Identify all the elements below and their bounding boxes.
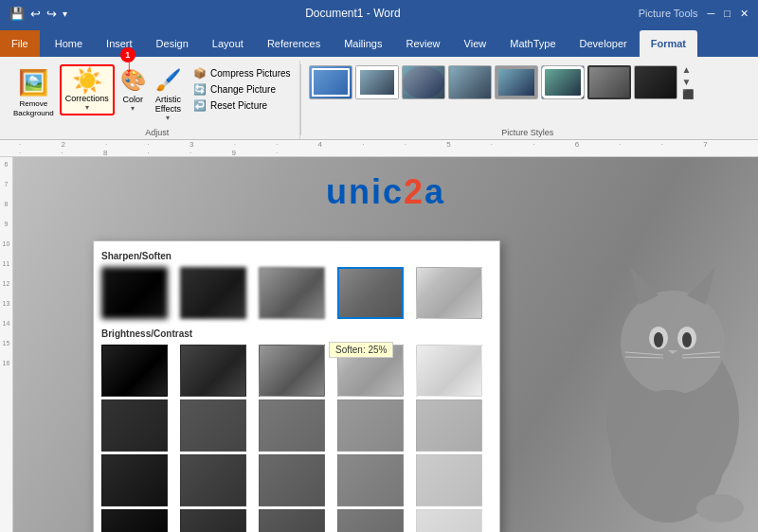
svg-point-7	[682, 332, 692, 347]
sharpen-soften-label: Sharpen/Soften	[101, 249, 492, 263]
tab-references[interactable]: References	[256, 30, 332, 57]
document-title: Document1 - Word	[67, 7, 639, 20]
picture-style-4[interactable]	[448, 65, 492, 99]
sharpen-soften-grid	[101, 267, 492, 319]
corrections-label: Corrections	[65, 94, 109, 103]
bc-thumb-3[interactable]	[259, 345, 325, 397]
bc-thumb-2[interactable]	[180, 345, 246, 397]
brightness-contrast-grid	[101, 345, 492, 532]
compress-pictures-label: Compress Pictures	[210, 68, 290, 79]
artistic-effects-button[interactable]: 🖌️ ArtisticEffects ▾	[152, 66, 185, 124]
bc-thumb-13[interactable]	[259, 454, 325, 506]
bc-thumb-20[interactable]	[416, 509, 482, 532]
tab-view[interactable]: View	[453, 30, 498, 57]
corrections-icon: ☀️	[72, 68, 102, 93]
picture-style-5[interactable]	[495, 65, 538, 99]
tab-design[interactable]: Design	[145, 30, 200, 57]
corrections-panel: Sharpen/Soften Soften: 25% Brightness/Co…	[93, 240, 500, 532]
watermark-2: 2	[404, 172, 424, 211]
bc-thumb-10[interactable]	[416, 399, 482, 452]
title-bar: 💾 ↩ ↪ ▾ Document1 - Word Picture Tools ─…	[0, 0, 758, 27]
vertical-ruler: 678910111213141516	[0, 157, 13, 532]
bc-thumb-8[interactable]	[259, 399, 325, 452]
soften-25-thumb[interactable]	[337, 267, 404, 319]
soften-50-thumb[interactable]	[259, 267, 325, 319]
picture-style-3[interactable]	[402, 65, 445, 99]
styles-scroll-down[interactable]: ▼	[682, 77, 694, 87]
picture-style-6[interactable]	[541, 65, 585, 99]
soften-75-thumb[interactable]	[180, 267, 246, 319]
tab-file[interactable]: File	[0, 30, 40, 57]
annotation-number: 1	[120, 47, 135, 62]
bc-thumb-5[interactable]	[416, 345, 482, 397]
styles-expand[interactable]: ⬛	[682, 89, 694, 99]
svg-point-1	[621, 291, 725, 395]
picture-style-1[interactable]	[309, 65, 352, 99]
compress-pictures-button[interactable]: 📦 Compress Pictures	[190, 66, 293, 80]
tab-home[interactable]: Home	[44, 30, 94, 57]
color-label: Color	[122, 95, 143, 104]
restore-button[interactable]: □	[724, 8, 731, 19]
change-picture-label: Change Picture	[210, 84, 276, 95]
ribbon-tab-bar: File Home Insert Design Layout Reference…	[0, 27, 758, 57]
redo-icon[interactable]: ↪	[46, 7, 57, 21]
artistic-effects-icon: 🖌️	[155, 68, 181, 93]
cat-silhouette-svg	[493, 172, 758, 532]
bc-thumb-6[interactable]	[101, 399, 168, 452]
save-icon[interactable]: 💾	[9, 7, 25, 21]
picture-styles-label: Picture Styles	[501, 128, 553, 137]
tab-developer[interactable]: Developer	[568, 30, 639, 57]
watermark: unic2a	[326, 172, 445, 212]
soften-tooltip: Soften: 25%	[329, 342, 393, 358]
reset-picture-icon: ↩️	[193, 99, 207, 112]
watermark-a: a	[424, 172, 445, 211]
bc-thumb-9[interactable]	[337, 399, 404, 452]
picture-style-8[interactable]	[634, 65, 677, 99]
close-button[interactable]: ✕	[740, 8, 749, 20]
watermark-uni: uni	[326, 172, 383, 211]
bc-thumb-7[interactable]	[180, 399, 246, 452]
ribbon: 🖼️ RemoveBackground ☀️ Corrections ▾ ↓ 1…	[0, 57, 758, 140]
change-picture-button[interactable]: 🔄 Change Picture	[190, 82, 293, 97]
bc-thumb-14[interactable]	[337, 454, 404, 506]
svg-point-6	[654, 332, 663, 347]
adjust-group-label: Adjust	[9, 128, 305, 137]
tab-mailings[interactable]: Mailings	[333, 30, 393, 57]
artistic-effects-label: ArtisticEffects	[155, 95, 181, 114]
bc-thumb-17[interactable]	[180, 509, 246, 532]
styles-scroll-up[interactable]: ▲	[682, 64, 694, 75]
tab-mathtype[interactable]: MathType	[498, 30, 567, 57]
tab-review[interactable]: Review	[395, 30, 452, 57]
undo-icon[interactable]: ↩	[30, 7, 41, 21]
bc-thumb-18[interactable]	[259, 509, 325, 532]
document-area: unic2a Sharpen/Soften Soften: 25% Bright…	[13, 157, 758, 532]
bc-thumb-15[interactable]	[416, 454, 482, 506]
remove-background-icon: 🖼️	[18, 68, 48, 98]
watermark-ca: c	[383, 172, 404, 211]
bc-thumb-19[interactable]	[337, 509, 404, 532]
reset-picture-label: Reset Picture	[210, 100, 267, 111]
sharpen-0-thumb[interactable]	[416, 267, 482, 319]
bc-thumb-12[interactable]	[180, 454, 246, 506]
reset-picture-button[interactable]: ↩️ Reset Picture	[190, 98, 293, 113]
svg-point-14	[696, 494, 744, 523]
bc-thumb-11[interactable]	[101, 454, 168, 506]
bc-thumb-1[interactable]	[101, 345, 168, 397]
remove-background-button[interactable]: 🖼️ RemoveBackground	[9, 66, 58, 119]
tab-insert[interactable]: Insert	[95, 30, 144, 57]
change-picture-icon: 🔄	[193, 83, 207, 96]
picture-style-7[interactable]	[587, 65, 631, 99]
ribbon-group-adjust: 🖼️ RemoveBackground ☀️ Corrections ▾ ↓ 1…	[4, 61, 300, 139]
compress-pictures-icon: 📦	[193, 67, 207, 80]
brightness-contrast-label: Brightness/Contrast	[101, 327, 492, 341]
soften-100-thumb[interactable]	[101, 267, 168, 319]
minimize-button[interactable]: ─	[708, 8, 715, 19]
picture-style-2[interactable]	[355, 65, 399, 99]
tab-layout[interactable]: Layout	[201, 30, 255, 57]
remove-background-label: RemoveBackground	[13, 99, 54, 117]
bc-thumb-16[interactable]	[101, 509, 168, 532]
picture-tools-label: Picture Tools	[639, 8, 698, 19]
corrections-button[interactable]: ☀️ Corrections ▾	[60, 64, 115, 115]
tab-format[interactable]: Format	[640, 30, 697, 57]
horizontal-ruler: · 2 · · 3 · · 4 · · 5 · · 6 · · 7 · · 8 …	[0, 140, 758, 157]
